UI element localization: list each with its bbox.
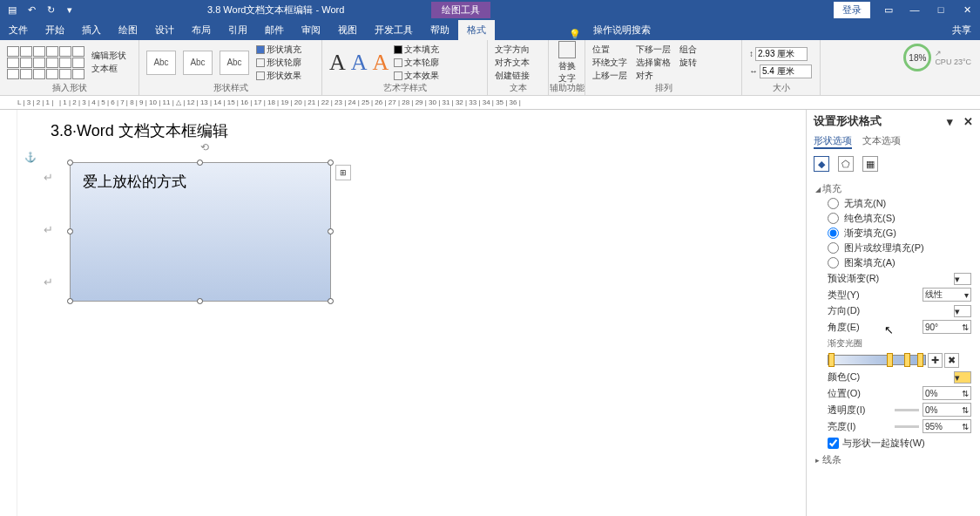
stop-color-picker[interactable]: ▾ [954, 371, 971, 384]
resize-handle-sw[interactable] [67, 298, 73, 304]
gradient-stop-3[interactable] [904, 353, 910, 367]
tab-邮件[interactable]: 邮件 [256, 20, 293, 40]
vertical-ruler[interactable] [0, 110, 17, 516]
gradient-type-select[interactable]: 线性▾ [923, 288, 971, 302]
radio-pattern-fill[interactable]: 图案填充(A) [828, 256, 971, 269]
radio-gradient-fill[interactable]: 渐变填充(G) [828, 227, 971, 240]
shape-outline-button[interactable]: 形状轮廓 [256, 57, 301, 69]
shape-width-input[interactable] [760, 64, 812, 78]
ribbon-display-icon[interactable]: ▭ [875, 0, 902, 19]
tab-格式[interactable]: 格式 [458, 20, 495, 40]
text-effects-button[interactable]: 文本效果 [394, 70, 439, 82]
text-outline-button[interactable]: 文本轮廓 [394, 57, 439, 69]
share-button[interactable]: 共享 [943, 20, 980, 40]
tab-文件[interactable]: 文件 [0, 20, 37, 40]
wordart-style-3[interactable]: A [373, 50, 389, 76]
shape-effects-button[interactable]: 形状效果 [256, 70, 301, 82]
resize-handle-se[interactable] [328, 298, 334, 304]
section-fill[interactable]: 填充 [815, 182, 971, 195]
close-icon[interactable]: ✕ [954, 0, 980, 19]
radio-solid-fill[interactable]: 纯色填充(S) [828, 212, 971, 225]
wrap-text-button[interactable]: 环绕文字 [592, 57, 627, 69]
remove-stop-icon[interactable]: ✖ [944, 353, 959, 368]
resize-handle-n[interactable] [197, 160, 203, 166]
brightness-slider[interactable] [895, 425, 919, 428]
document-area[interactable]: 3.8·Word 文档文本框编辑 ⟲ ⚓ ↵ ↵ ↵ 爱上放松的方式 ⊞ [17, 110, 806, 516]
gradient-direction-picker[interactable]: ▾ [954, 305, 971, 317]
qat-customize-icon[interactable]: ▾ [63, 3, 77, 17]
tab-text-options[interactable]: 文本选项 [862, 134, 901, 149]
brightness-input[interactable]: 95%⇅ [923, 419, 971, 433]
preset-gradient-picker[interactable]: ▾ [954, 273, 971, 285]
radio-no-fill[interactable]: 无填充(N) [828, 197, 971, 210]
tab-审阅[interactable]: 审阅 [293, 20, 329, 40]
resize-handle-s[interactable] [197, 298, 203, 304]
resize-handle-e[interactable] [328, 228, 334, 234]
minimize-icon[interactable]: — [902, 0, 928, 19]
gradient-stop-1[interactable] [828, 353, 835, 367]
transparency-slider[interactable] [895, 409, 919, 411]
gradient-angle-input[interactable]: 90°⇅ [923, 320, 971, 334]
shape-fill-button[interactable]: 形状填充 [256, 44, 301, 56]
edit-shape-button[interactable]: 编辑形状 [91, 50, 126, 62]
tab-视图[interactable]: 视图 [329, 20, 366, 40]
gradient-stops-bar[interactable] [828, 355, 926, 365]
wordart-style-1[interactable]: A [329, 50, 346, 76]
shape-style-3[interactable]: Abc [220, 51, 249, 75]
layout-props-icon[interactable]: ▦ [862, 156, 878, 172]
shape-style-2[interactable]: Abc [183, 51, 213, 75]
section-line[interactable]: 线条 [815, 453, 971, 466]
resize-handle-nw[interactable] [67, 160, 73, 166]
transparency-input[interactable]: 0%⇅ [923, 403, 971, 417]
tab-shape-options[interactable]: 形状选项 [814, 134, 852, 149]
tab-开发工具[interactable]: 开发工具 [366, 20, 422, 40]
panel-close-icon[interactable]: ✕ [963, 115, 973, 128]
rotate-handle-icon[interactable]: ⟲ [200, 141, 209, 153]
undo-icon[interactable]: ↶ [24, 3, 38, 17]
textbox-button[interactable]: 文本框 [91, 63, 126, 75]
align-text-button[interactable]: 对齐文本 [495, 57, 541, 69]
bring-forward-button[interactable]: 上移一层 [592, 70, 627, 82]
textbox-content[interactable]: 爱上放松的方式 [71, 163, 330, 200]
align-objects-button[interactable]: 对齐 [636, 70, 671, 82]
tab-布局[interactable]: 布局 [183, 20, 220, 40]
effects-icon[interactable]: ⬠ [838, 156, 854, 172]
text-fill-button[interactable]: 文本填充 [394, 44, 439, 56]
group-objects-button[interactable]: 组合 [679, 44, 697, 56]
layout-options-button[interactable]: ⊞ [335, 165, 351, 180]
gradient-stop-4[interactable] [917, 353, 923, 367]
shapes-gallery[interactable] [7, 46, 84, 79]
selected-textbox[interactable]: 爱上放松的方式 ⊞ [70, 162, 331, 302]
tell-me-search[interactable]: 操作说明搜索 [585, 20, 659, 40]
login-button[interactable]: 登录 [834, 2, 870, 18]
radio-picture-fill[interactable]: 图片或纹理填充(P) [828, 241, 971, 255]
maximize-icon[interactable]: □ [928, 0, 954, 19]
stop-position-input[interactable]: 0%⇅ [923, 386, 971, 400]
fill-line-icon[interactable]: ◆ [814, 156, 829, 172]
rotate-button[interactable]: 旋转 [679, 57, 697, 69]
wordart-style-2[interactable]: A [351, 50, 368, 76]
text-direction-button[interactable]: 文字方向 [495, 44, 541, 56]
selection-pane-button[interactable]: 选择窗格 [636, 57, 671, 69]
tab-插入[interactable]: 插入 [73, 20, 110, 40]
add-stop-icon[interactable]: ✚ [928, 353, 943, 368]
tab-设计[interactable]: 设计 [146, 20, 183, 40]
create-link-button[interactable]: 创建链接 [495, 70, 541, 82]
panel-dropdown-icon[interactable]: ▾ [947, 115, 953, 128]
save-icon[interactable]: ▤ [5, 3, 19, 17]
resize-handle-w[interactable] [67, 228, 73, 234]
position-button[interactable]: 位置 [592, 44, 627, 56]
send-backward-button[interactable]: 下移一层 [636, 44, 671, 56]
alt-text-button[interactable]: 替换文字 [556, 41, 578, 85]
contextual-tab-drawing[interactable]: 绘图工具 [431, 2, 490, 18]
tab-绘图[interactable]: 绘图 [110, 20, 146, 40]
redo-icon[interactable]: ↻ [44, 3, 57, 17]
shape-height-input[interactable] [755, 47, 808, 61]
horizontal-ruler[interactable]: L | 3 | 2 | 1 | | 1 | 2 | 3 | 4 | 5 | 6 … [0, 96, 980, 110]
checkbox-rotate-with-shape[interactable]: 与形状一起旋转(W) [828, 437, 971, 450]
tab-引用[interactable]: 引用 [220, 20, 256, 40]
gradient-stop-2[interactable] [887, 353, 893, 367]
tab-帮助[interactable]: 帮助 [422, 20, 458, 40]
tab-开始[interactable]: 开始 [37, 20, 73, 40]
shape-style-1[interactable]: Abc [146, 51, 176, 75]
